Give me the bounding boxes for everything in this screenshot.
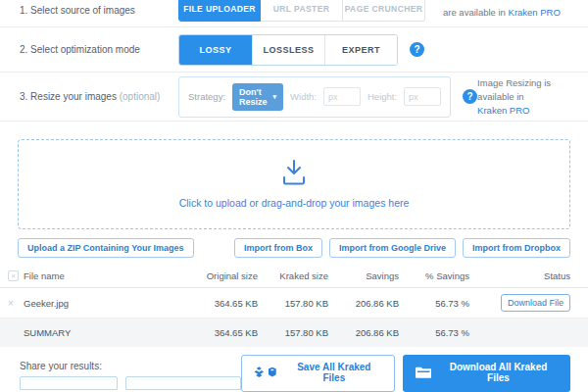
kraken-pro-link-2[interactable]: Kraken PRO — [477, 105, 529, 116]
results-table: × File name Original size Kraked size Sa… — [0, 264, 588, 347]
source-tabs: FILE UPLOADER URL PASTER PAGE CRUNCHER — [178, 0, 425, 22]
summary-savings: 206.86 KB — [328, 327, 399, 338]
share-results-label: Share your results: — [20, 361, 241, 371]
zip-folder-icon — [416, 367, 431, 378]
header-pct-savings: % Savings — [399, 270, 469, 281]
height-input[interactable] — [404, 87, 441, 106]
download-file-button[interactable]: Download File — [501, 294, 570, 312]
summary-original-size: 364.65 KB — [187, 327, 258, 338]
cloud-save-icons — [254, 367, 278, 378]
resize-label-optional: (optional) — [120, 91, 161, 102]
upload-dropzone[interactable]: Click to upload or drag-and-drop your im… — [18, 139, 570, 229]
height-label: Height: — [368, 91, 397, 102]
optimization-mode-row: 2. Select optimization mode LOSSY LOSSLE… — [0, 27, 588, 73]
download-all-kraked-files-button[interactable]: Download All Kraked Files — [403, 355, 570, 392]
table-row: × Geeker.jpg 364.65 KB 157.80 KB 206.86 … — [0, 288, 588, 318]
share-results: Share your results: — [20, 355, 241, 392]
chevron-down-icon: ▾ — [273, 93, 277, 101]
resize-row: 3. Resize your images (optional) Strateg… — [0, 73, 588, 122]
cell-kraked-size: 157.80 KB — [258, 298, 328, 309]
save-all-kraked-files-button[interactable]: Save All Kraked Files — [241, 355, 395, 392]
summary-kraked-size: 157.80 KB — [258, 327, 328, 338]
width-label: Width: — [290, 91, 317, 102]
header-file-name: File name — [24, 270, 187, 281]
source-pro-note-text: are available in — [443, 7, 509, 18]
import-box-button[interactable]: Import from Box — [234, 238, 322, 258]
tab-page-cruncher[interactable]: PAGE CRUNCHER — [343, 0, 425, 22]
tab-file-uploader[interactable]: FILE UPLOADER — [178, 0, 261, 22]
strategy-label: Strategy: — [188, 91, 225, 102]
cell-pct-savings: 56.73 % — [399, 298, 469, 309]
download-all-label: Download All Kraked Files — [439, 362, 558, 383]
remove-file-icon[interactable]: × — [8, 298, 24, 309]
width-input[interactable] — [323, 87, 361, 106]
save-all-label: Save All Kraked Files — [286, 362, 381, 383]
tab-url-paster[interactable]: URL PASTER — [261, 0, 343, 22]
header-kraked-size: Kraked size — [258, 270, 328, 281]
strategy-dropdown-value: Don't Resize — [239, 87, 268, 107]
source-label: 1. Select source of images — [20, 5, 178, 16]
summary-row: SUMMARY 364.65 KB 157.80 KB 206.86 KB 56… — [0, 318, 588, 347]
share-button-1[interactable] — [20, 376, 118, 390]
resize-pro-note: Image Resizing is available in Kraken PR… — [477, 76, 568, 117]
resize-label: 3. Resize your images (optional) — [20, 91, 178, 102]
cell-original-size: 364.65 KB — [187, 298, 258, 309]
remove-all-icon[interactable]: × — [8, 270, 19, 281]
resize-pro-note-text: Image Resizing is available in — [477, 77, 551, 102]
source-pro-note: are available in Kraken PRO — [443, 6, 568, 20]
footer-bar: Share your results: Save All Kraked File… — [0, 347, 588, 392]
select-source-row: 1. Select source of images FILE UPLOADER… — [0, 0, 588, 27]
resize-controls: Strategy: Don't Resize ▾ Width: Height: — [178, 76, 451, 118]
mode-lossless-button[interactable]: LOSSLESS — [252, 35, 324, 65]
optimization-mode-segmented: LOSSY LOSSLESS EXPERT — [178, 34, 398, 66]
cell-file-name: Geeker.jpg — [24, 298, 187, 309]
cell-savings: 206.86 KB — [328, 298, 399, 309]
summary-pct-savings: 56.73 % — [399, 327, 469, 338]
upload-zip-button[interactable]: Upload a ZIP Containing Your Images — [18, 238, 194, 258]
mode-lossy-button[interactable]: LOSSY — [179, 35, 252, 65]
kraken-pro-link[interactable]: Kraken PRO — [509, 7, 561, 18]
optimization-help-icon[interactable]: ? — [410, 42, 424, 57]
footer-actions: Save All Kraked Files Download All Krake… — [241, 355, 570, 392]
import-google-drive-button[interactable]: Import from Google Drive — [329, 238, 456, 258]
header-original-size: Original size — [187, 270, 258, 281]
table-header-row: × File name Original size Kraked size Sa… — [0, 264, 588, 288]
resize-label-text: 3. Resize your images — [20, 91, 117, 102]
import-actions-row: Upload a ZIP Containing Your Images Impo… — [0, 238, 588, 264]
cell-status: Download File — [469, 294, 570, 312]
dropzone-text: Click to upload or drag-and-drop your im… — [179, 197, 410, 209]
strategy-dropdown[interactable]: Don't Resize ▾ — [232, 83, 283, 111]
optimization-label: 2. Select optimization mode — [20, 44, 178, 55]
header-savings: Savings — [328, 270, 399, 281]
upload-arrow-icon — [279, 160, 309, 185]
share-button-2[interactable] — [125, 376, 241, 390]
import-dropbox-button[interactable]: Import from Dropbox — [463, 238, 570, 258]
mode-expert-button[interactable]: EXPERT — [324, 35, 397, 65]
resize-help-icon[interactable]: ? — [463, 89, 477, 104]
share-buttons — [20, 376, 241, 390]
header-status: Status — [469, 270, 570, 281]
summary-label: SUMMARY — [24, 327, 187, 338]
kraken-optimizer-page: 1. Select source of images FILE UPLOADER… — [0, 0, 588, 392]
